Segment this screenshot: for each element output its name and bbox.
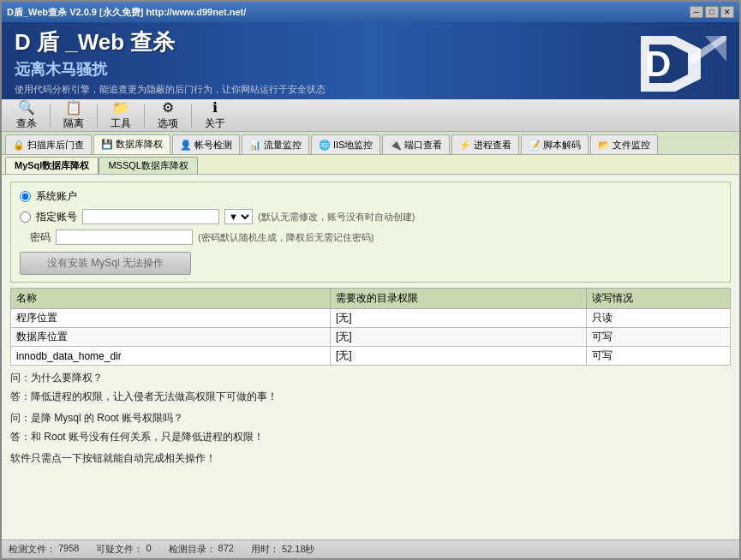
monitor-icon: 📊 (249, 140, 261, 151)
main-window: D盾_Web查杀 V2.0.9 [永久免费] http://www.d99net… (0, 0, 741, 560)
iis-icon: 🌐 (319, 140, 331, 151)
account-hint: (默认无需修改，账号没有时自动创建) (258, 211, 415, 223)
main-content: 系统账户 指定账号 ▼ (默认无需修改，账号没有时自动创建) 密码 (密码默认随… (2, 175, 739, 539)
tab-backdoor-label: 扫描库后门查 (27, 139, 84, 152)
col-dir-perm: 需要改的目录权限 (330, 289, 586, 309)
tab-ports-label: 端口查看 (404, 139, 442, 152)
tab-backdoor[interactable]: 🔒 扫描库后门查 (5, 134, 92, 154)
action-button[interactable]: 没有安装 MySql 无法操作 (20, 252, 191, 275)
toolbar-sep-1 (50, 104, 51, 128)
tab-script[interactable]: 📝 脚本解码 (521, 134, 589, 154)
toolbar-hide-button[interactable]: 📋 隔离 (56, 97, 92, 134)
qa-note: 软件只需点一下按钮就能自动完成相关操作！ (10, 452, 216, 464)
status-scan-files: 检测文件： 7958 (9, 543, 79, 556)
qa-q2: 问：是降 Mysql 的 Root 账号权限吗？ (10, 412, 183, 424)
sub-tab-mssql[interactable]: MSSQL数据库降权 (99, 157, 198, 174)
title-bar: D盾_Web查杀 V2.0.9 [永久免费] http://www.d99net… (2, 2, 739, 22)
status-bar: 检测文件： 7958 可疑文件： 0 检测目录： 872 用时： 52.18秒 (2, 539, 739, 558)
main-tabs: 🔒 扫描库后门查 💾 数据库降权 👤 帐号检测 📊 流量监控 🌐 IIS地监控 … (2, 132, 739, 155)
cell-rw: 只读 (587, 309, 731, 328)
scan-icon: 🔍 (18, 99, 35, 116)
minimize-button[interactable]: ─ (690, 6, 703, 18)
close-button[interactable]: ✕ (720, 6, 734, 18)
sub-tab-mssql-label: MSSQL数据库降权 (108, 160, 188, 170)
status-scan-dirs: 检测目录： 872 (169, 543, 234, 556)
app-logo: D (624, 32, 726, 92)
toolbar-hide-label: 隔离 (63, 116, 84, 131)
cell-rw: 可写 (587, 328, 731, 347)
db-priv-icon: 💾 (101, 139, 113, 150)
toolbar-options-button[interactable]: ⚙ 选项 (150, 97, 186, 134)
cell-dir-perm: [无] (330, 328, 586, 347)
qa-a2: 答：和 Root 账号没有任何关系，只是降低进程的权限！ (10, 431, 264, 443)
permissions-table: 名称 需要改的目录权限 读写情况 程序位置 [无] 只读 数据库位置 [无] 可… (10, 288, 731, 366)
qa-q1: 问：为什么要降权？ (10, 372, 103, 384)
password-row: 密码 (密码默认随机生成，降权后无需记住密码) (20, 229, 721, 245)
form-section: 系统账户 指定账号 ▼ (默认无需修改，账号没有时自动创建) 密码 (密码默认随… (10, 182, 731, 283)
app-tagline: 远离木马骚扰 (15, 59, 326, 80)
qa-item-2: 问：是降 Mysql 的 Root 账号权限吗？ 答：和 Root 账号没有任何… (10, 409, 731, 446)
toolbar-scan-button[interactable]: 🔍 查杀 (9, 97, 45, 134)
radio-system-account-label: 系统账户 (36, 189, 77, 204)
scan-files-value: 7958 (58, 543, 79, 556)
tab-db-priv-label: 数据库降权 (116, 138, 163, 151)
radio-custom-account-row: 指定账号 ▼ (默认无需修改，账号没有时自动创建) (20, 209, 721, 224)
qa-item-1: 问：为什么要降权？ 答：降低进程的权限，让入侵者无法做高权限下可做的事！ (10, 369, 731, 406)
tab-monitor-label: 流量监控 (264, 139, 302, 152)
account-input[interactable] (82, 209, 219, 224)
radio-system-account-row: 系统账户 (20, 189, 721, 204)
cell-dir-perm: [无] (330, 347, 586, 366)
tab-filewatch[interactable]: 📂 文件监控 (590, 134, 658, 154)
tab-process[interactable]: ⚡ 进程查看 (451, 134, 519, 154)
tools-icon: 📁 (112, 99, 129, 116)
window-title: D盾_Web查杀 V2.0.9 [永久免费] http://www.d99net… (7, 6, 246, 19)
toolbar-sep-2 (97, 104, 98, 128)
tab-monitor[interactable]: 📊 流量监控 (242, 134, 309, 154)
script-icon: 📝 (529, 140, 541, 151)
tab-iis[interactable]: 🌐 IIS地监控 (311, 134, 380, 154)
radio-custom-account-label: 指定账号 (36, 210, 77, 224)
toolbar-about-button[interactable]: ℹ 关于 (197, 97, 233, 134)
maximize-button[interactable]: □ (705, 6, 719, 18)
tab-account-label: 帐号检测 (194, 139, 232, 152)
ports-icon: 🔌 (390, 140, 402, 151)
table-row: innodb_data_home_dir [无] 可写 (11, 347, 731, 366)
sub-tab-mysql[interactable]: MySql数据库降权 (5, 157, 99, 174)
header-left: D 盾 _Web 查杀 远离木马骚扰 使用代码分析引擎，能追查更为隐蔽的后门行为… (15, 27, 326, 96)
tab-ports[interactable]: 🔌 端口查看 (382, 134, 450, 154)
app-description: 使用代码分析引擎，能追查更为隐蔽的后门行为，让你网站运行于安全状态 (15, 83, 326, 96)
password-input[interactable] (56, 229, 193, 245)
table-row: 程序位置 [无] 只读 (11, 309, 731, 328)
tab-process-label: 进程查看 (474, 139, 511, 152)
col-rw: 读写情况 (587, 289, 731, 309)
suspect-files-label: 可疑文件： (96, 543, 143, 556)
status-suspect-files: 可疑文件： 0 (96, 543, 151, 556)
cell-dir-perm: [无] (330, 309, 586, 328)
radio-system-account[interactable] (20, 191, 31, 202)
options-icon: ⚙ (162, 99, 174, 116)
cell-name: 数据库位置 (11, 328, 331, 347)
sub-tabs: MySql数据库降权 MSSQL数据库降权 (2, 155, 739, 175)
cell-rw: 可写 (587, 347, 731, 366)
qa-a1: 答：降低进程的权限，让入侵者无法做高权限下可做的事！ (10, 390, 278, 402)
radio-custom-account[interactable] (20, 211, 31, 223)
tab-iis-label: IIS地监控 (333, 139, 373, 152)
process-icon: ⚡ (459, 140, 471, 151)
toolbar: 🔍 查杀 📋 隔离 📁 工具 ⚙ 选项 ℹ 关于 (2, 99, 739, 132)
toolbar-sep-3 (144, 104, 145, 128)
tab-db-priv[interactable]: 💾 数据库降权 (93, 134, 170, 154)
account-select[interactable]: ▼ (224, 209, 253, 224)
cell-name: 程序位置 (11, 309, 331, 328)
account-icon: 👤 (180, 140, 192, 151)
toolbar-tools-button[interactable]: 📁 工具 (103, 97, 139, 134)
password-label: 密码 (20, 230, 51, 245)
app-title: D 盾 _Web 查杀 (15, 27, 326, 57)
col-name: 名称 (11, 289, 331, 309)
tab-script-label: 脚本解码 (543, 139, 581, 152)
toolbar-options-label: 选项 (158, 116, 178, 131)
filewatch-icon: 📂 (598, 140, 610, 151)
logo-svg: D (624, 32, 726, 92)
qa-item-3: 软件只需点一下按钮就能自动完成相关操作！ (10, 450, 731, 468)
about-icon: ℹ (212, 99, 218, 116)
tab-account[interactable]: 👤 帐号检测 (172, 134, 240, 154)
